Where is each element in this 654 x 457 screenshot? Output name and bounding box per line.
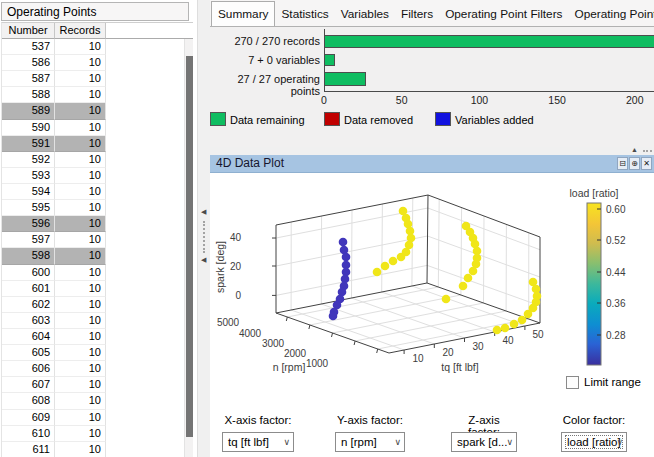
cell-records: 10 xyxy=(55,410,106,426)
axis-tick-label: 5000 xyxy=(217,317,240,328)
legend-label: Variables added xyxy=(455,114,534,126)
scatter-point xyxy=(493,326,502,335)
operating-points-table: Number Records 5371058610587105881058910… xyxy=(1,22,193,457)
scatter-point xyxy=(510,320,519,329)
table-row[interactable]: 59410 xyxy=(2,184,193,200)
x-axis-factor-label: X-axis factor: xyxy=(222,414,294,426)
column-header-number[interactable]: Number xyxy=(2,23,55,39)
y-axis-factor-select[interactable]: n [rpm]∨ xyxy=(335,432,405,452)
axis-tick-label: 1000 xyxy=(306,358,329,369)
axis-tick-label: 0 xyxy=(235,290,241,301)
scatter-point xyxy=(342,253,351,262)
tab-operating-point-notes[interactable]: Operating Point Notes xyxy=(569,3,654,26)
tab-filters[interactable]: Filters xyxy=(395,3,439,26)
table-row[interactable]: 59110 xyxy=(2,136,193,152)
collapse-left-icon[interactable]: ◀ xyxy=(201,256,206,263)
cell-records: 10 xyxy=(55,136,106,152)
table-row[interactable]: 60210 xyxy=(2,297,193,313)
cell-number: 537 xyxy=(2,39,55,55)
axis-tick-label: 30 xyxy=(472,341,484,352)
chevron-down-icon: ∨ xyxy=(394,433,401,451)
cell-records: 10 xyxy=(55,248,106,264)
scrollbar-thumb[interactable] xyxy=(186,56,193,437)
z-axis-factor-select[interactable]: spark [d...∨ xyxy=(451,432,517,452)
table-row[interactable]: 60110 xyxy=(2,281,193,297)
cell-number: 605 xyxy=(2,345,55,361)
x-axis-tick-label: 0 xyxy=(321,94,327,106)
cell-records: 10 xyxy=(55,103,106,119)
legend-item: Data removed xyxy=(324,112,413,126)
cell-records: 10 xyxy=(55,361,106,377)
table-row[interactable]: 61110 xyxy=(2,442,193,457)
table-row[interactable]: 59810 xyxy=(2,248,193,264)
x-axis-tick-label: 150 xyxy=(548,94,566,106)
split-horizontal-button[interactable]: ⊟ xyxy=(617,157,628,170)
table-row[interactable]: 58710 xyxy=(2,71,193,87)
table-row[interactable]: 58610 xyxy=(2,55,193,71)
plot-header-buttons: ⊟⊕✕ xyxy=(616,157,652,170)
table-row[interactable]: 60510 xyxy=(2,345,193,361)
cell-number: 586 xyxy=(2,55,55,71)
legend-label: Data remaining xyxy=(230,114,305,126)
table-row[interactable]: 60710 xyxy=(2,377,193,393)
cell-records: 10 xyxy=(55,120,106,136)
cell-records: 10 xyxy=(55,87,106,103)
cell-number: 587 xyxy=(2,71,55,87)
split-vertical-button[interactable]: ⊕ xyxy=(629,157,640,170)
cell-number: 604 xyxy=(2,329,55,345)
color-factor-select[interactable]: load [ratio]∨ xyxy=(561,432,627,452)
table-row[interactable]: 60610 xyxy=(2,361,193,377)
cell-records: 10 xyxy=(55,232,106,248)
column-header-records[interactable]: Records xyxy=(55,23,106,39)
chevron-down-icon: ∨ xyxy=(283,433,290,451)
z-axis-label: spark [deg] xyxy=(214,241,226,293)
table-row[interactable]: 60010 xyxy=(2,265,193,281)
legend-label: Data removed xyxy=(344,114,413,126)
scatter-point xyxy=(518,316,527,325)
table-row[interactable]: 60810 xyxy=(2,393,193,409)
collapse-left-icon[interactable]: ◀ xyxy=(201,208,206,215)
tab-variables[interactable]: Variables xyxy=(335,3,395,26)
colorbar-tick-label: 0.44 xyxy=(606,267,626,278)
bar-data-remaining xyxy=(324,72,366,86)
table-row[interactable]: 59010 xyxy=(2,120,193,136)
scatter-point xyxy=(442,295,451,304)
scatter-point xyxy=(381,262,390,271)
cell-records: 10 xyxy=(55,329,106,345)
table-row[interactable]: 60410 xyxy=(2,329,193,345)
axis-tick-label: 40 xyxy=(230,232,242,243)
data-editor-pane: SummaryStatisticsVariablesFiltersOperati… xyxy=(210,0,654,457)
table-row[interactable]: 60910 xyxy=(2,410,193,426)
collapse-up-icon[interactable]: ▲ xyxy=(631,146,638,153)
table-row[interactable]: 59710 xyxy=(2,232,193,248)
limit-range-checkbox[interactable] xyxy=(566,376,579,389)
tab-statistics[interactable]: Statistics xyxy=(275,3,334,26)
table-row[interactable]: 59210 xyxy=(2,152,193,168)
horizontal-splitter[interactable]: ▲ xyxy=(210,147,654,155)
cell-records: 10 xyxy=(55,393,106,409)
cell-number: 588 xyxy=(2,87,55,103)
table-row[interactable]: 60310 xyxy=(2,313,193,329)
tab-summary[interactable]: Summary xyxy=(211,1,275,27)
cell-number: 609 xyxy=(2,410,55,426)
legend-swatch xyxy=(435,112,451,126)
table-row[interactable]: 61010 xyxy=(2,426,193,442)
table-row[interactable]: 59510 xyxy=(2,200,193,216)
splitter-grip[interactable] xyxy=(203,221,205,253)
x-axis-factor-select[interactable]: tq [ft lbf]∨ xyxy=(222,432,294,452)
axis-tick-label: 50 xyxy=(532,329,544,340)
table-row[interactable]: 58910 xyxy=(2,103,193,119)
table-row[interactable]: 59610 xyxy=(2,216,193,232)
splitter-grip[interactable] xyxy=(643,150,654,152)
tab-operating-point-filters[interactable]: Operating Point Filters xyxy=(439,3,568,26)
vertical-splitter[interactable]: ◀ ◀ xyxy=(197,0,210,457)
cell-number: 597 xyxy=(2,232,55,248)
colorbar-tick-label: 0.36 xyxy=(606,298,626,309)
plot-3d[interactable]: 02040500040003000200010001020304050spark… xyxy=(210,173,654,373)
close-button[interactable]: ✕ xyxy=(641,157,652,170)
table-row[interactable]: 58810 xyxy=(2,87,193,103)
table-scrollbar[interactable] xyxy=(184,39,193,457)
colorbar[interactable] xyxy=(587,203,601,365)
table-row[interactable]: 59310 xyxy=(2,168,193,184)
table-row[interactable]: 53710 xyxy=(2,39,193,55)
